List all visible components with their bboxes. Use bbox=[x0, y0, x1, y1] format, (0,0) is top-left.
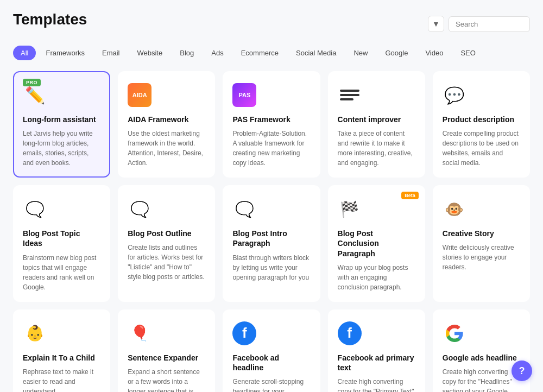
card-icon: 🗨️ bbox=[232, 197, 256, 221]
card-icon: ✏️ bbox=[23, 83, 47, 107]
card-content-improver[interactable]: Content improverTake a piece of content … bbox=[328, 71, 425, 178]
card-pas[interactable]: PASPAS FrameworkProblem-Agitate-Solution… bbox=[223, 71, 320, 178]
card-icon: 🗨️ bbox=[23, 197, 47, 221]
card-desc: Wrap up your blog posts with an engaging… bbox=[338, 263, 415, 292]
card-desc: Create lists and outlines for articles. … bbox=[128, 243, 205, 282]
card-blog-conclusion[interactable]: Beta🏁Blog Post Conclusion ParagraphWrap … bbox=[328, 185, 425, 302]
page-title: Templates bbox=[13, 11, 87, 28]
card-icon: 👶 bbox=[23, 321, 47, 345]
card-title: Explain It To a Child bbox=[23, 353, 100, 363]
card-desc: Create high converting copy for the "Hea… bbox=[443, 367, 520, 392]
tab-blog[interactable]: Blog bbox=[172, 46, 201, 60]
card-title: PAS Framework bbox=[232, 115, 310, 124]
tab-video[interactable]: Video bbox=[418, 46, 451, 60]
card-desc: Rephrase text to make it easier to read … bbox=[23, 367, 100, 392]
cards-grid: PRO✏️Long-form assistantLet Jarvis help … bbox=[13, 71, 530, 392]
card-icon: 🐵 bbox=[443, 197, 466, 221]
tab-navigation: AllFrameworksEmailWebsiteBlogAdsEcommerc… bbox=[13, 46, 530, 60]
card-title: Sentence Expander bbox=[128, 353, 205, 363]
page-header: Templates ▼ AllFrameworksEmailWebsiteBlo… bbox=[13, 11, 530, 60]
tab-website[interactable]: Website bbox=[129, 46, 170, 60]
tab-new[interactable]: New bbox=[346, 46, 375, 60]
card-title: Facebook ad headline bbox=[232, 353, 310, 372]
card-icon: 🗨️ bbox=[128, 197, 151, 221]
card-blog-topic[interactable]: 🗨️Blog Post Topic IdeasBrainstorm new bl… bbox=[13, 185, 110, 302]
card-icon: PAS bbox=[232, 83, 256, 107]
card-icon bbox=[338, 83, 362, 107]
search-input[interactable] bbox=[449, 16, 530, 32]
card-title: Long-form assistant bbox=[23, 115, 100, 124]
card-title: Facebook ad primary text bbox=[338, 353, 415, 372]
tab-ads[interactable]: Ads bbox=[204, 46, 231, 60]
card-icon: 🎈 bbox=[128, 321, 151, 345]
card-title: Google ads headline bbox=[443, 353, 520, 363]
card-desc: Blast through writers block by letting u… bbox=[232, 253, 310, 282]
tab-seo[interactable]: SEO bbox=[453, 46, 483, 60]
card-title: Blog Post Intro Paragraph bbox=[232, 229, 310, 248]
card-desc: Problem-Agitate-Solution. A valuable fra… bbox=[232, 129, 310, 168]
tab-email[interactable]: Email bbox=[94, 46, 128, 60]
card-desc: Let Jarvis help you write long-form blog… bbox=[23, 129, 100, 168]
card-title: Creative Story bbox=[443, 229, 520, 238]
card-desc: Expand a short sentence or a few words i… bbox=[128, 367, 205, 392]
card-desc: Create high converting copy for the "Pri… bbox=[338, 377, 415, 392]
card-product-desc[interactable]: 💬Product descriptionCreate compelling pr… bbox=[433, 71, 530, 178]
card-blog-outline[interactable]: 🗨️Blog Post OutlineCreate lists and outl… bbox=[118, 185, 215, 302]
card-desc: Take a piece of content and rewrite it t… bbox=[338, 129, 415, 168]
card-title: Blog Post Conclusion Paragraph bbox=[338, 229, 415, 258]
card-icon: f bbox=[338, 321, 362, 345]
beta-badge: Beta bbox=[401, 192, 419, 199]
tab-frameworks[interactable]: Frameworks bbox=[38, 46, 92, 60]
tab-social-media[interactable]: Social Media bbox=[288, 46, 344, 60]
card-sentence-expander[interactable]: 🎈Sentence ExpanderExpand a short sentenc… bbox=[118, 309, 215, 392]
card-icon: 💬 bbox=[443, 83, 466, 107]
filter-button[interactable]: ▼ bbox=[428, 16, 444, 32]
card-icon: f bbox=[232, 321, 256, 345]
card-fb-headline[interactable]: fFacebook ad headlineGenerate scroll-sto… bbox=[223, 309, 320, 392]
card-desc: Use the oldest marketing framework in th… bbox=[128, 129, 205, 168]
card-title: Product description bbox=[443, 115, 520, 124]
pro-badge: PRO bbox=[23, 79, 41, 86]
card-google-headline[interactable]: Google ads headlineCreate high convertin… bbox=[433, 309, 530, 392]
card-title: Blog Post Outline bbox=[128, 229, 205, 238]
tab-ecommerce[interactable]: Ecommerce bbox=[233, 46, 286, 60]
card-desc: Create compelling product descriptions t… bbox=[443, 129, 520, 168]
card-creative-story[interactable]: 🐵Creative StoryWrite deliciously creativ… bbox=[433, 185, 530, 302]
card-fb-primary[interactable]: fFacebook ad primary textCreate high con… bbox=[328, 309, 425, 392]
card-long-form[interactable]: PRO✏️Long-form assistantLet Jarvis help … bbox=[13, 71, 110, 178]
tab-all[interactable]: All bbox=[13, 46, 36, 60]
card-explain-child[interactable]: 👶Explain It To a ChildRephrase text to m… bbox=[13, 309, 110, 392]
card-aida[interactable]: AIDAAIDA FrameworkUse the oldest marketi… bbox=[118, 71, 215, 178]
card-icon: 🏁 bbox=[338, 197, 362, 221]
help-button[interactable]: ? bbox=[512, 361, 532, 381]
card-blog-intro[interactable]: 🗨️Blog Post Intro ParagraphBlast through… bbox=[223, 185, 320, 302]
card-desc: Write deliciously creative stories to en… bbox=[443, 243, 520, 272]
card-desc: Generate scroll-stopping headlines for y… bbox=[232, 377, 310, 392]
card-title: Content improver bbox=[338, 115, 415, 124]
card-icon bbox=[443, 321, 466, 345]
card-title: AIDA Framework bbox=[128, 115, 205, 124]
card-icon: AIDA bbox=[128, 83, 151, 107]
card-title: Blog Post Topic Ideas bbox=[23, 229, 100, 248]
card-desc: Brainstorm new blog post topics that wil… bbox=[23, 253, 100, 292]
tab-google[interactable]: Google bbox=[377, 46, 415, 60]
